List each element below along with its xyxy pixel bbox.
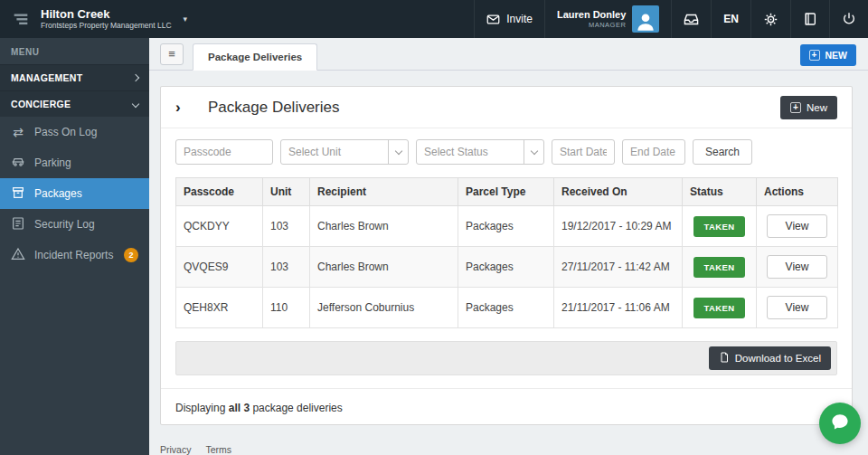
sidebar-item-packages[interactable]: Packages [0, 178, 149, 209]
end-date-input[interactable] [622, 139, 685, 165]
cell-parcel-type: Packages [458, 288, 554, 328]
sidebar-section-management[interactable]: MANAGEMENT [0, 64, 149, 90]
cell-unit: 110 [263, 288, 310, 328]
tab-list-toggle-button[interactable]: ≡ [160, 43, 184, 65]
inbox-button[interactable] [671, 0, 711, 38]
invite-button[interactable]: Invite [474, 0, 544, 38]
export-strip: Download to Excel [175, 341, 837, 375]
user-menu[interactable]: Lauren Donley MANAGER [544, 0, 671, 38]
chevron-down-icon [388, 140, 408, 164]
top-bar: Hilton Creek Frontsteps Property Managem… [0, 0, 868, 38]
chevron-down-icon [524, 140, 543, 164]
new-package-button[interactable]: + New [780, 96, 837, 119]
avatar[interactable] [632, 5, 659, 33]
passcode-input[interactable] [175, 139, 273, 165]
plus-icon: + [790, 102, 801, 113]
panel-header: › Package Deliveries + New [161, 87, 852, 128]
file-icon [719, 352, 730, 365]
journal-icon [11, 216, 25, 233]
header-passcode: Passcode [176, 178, 263, 206]
sidebar: MENU MANAGEMENT CONCIERGE ⇄ Pass On Log … [0, 38, 149, 455]
table-row: QVQES9 103 Charles Brown Packages 27/11/… [176, 247, 838, 288]
invite-label: Invite [506, 13, 533, 25]
header-parcel-type: Parcel Type [458, 178, 554, 206]
inbox-icon [684, 12, 699, 27]
download-excel-button[interactable]: Download to Excel [709, 346, 831, 370]
settings-button[interactable] [750, 0, 790, 38]
user-role-badge: MANAGER [557, 21, 626, 29]
status-badge: TAKEN [693, 216, 744, 237]
cell-recipient: Charles Brown [310, 206, 458, 247]
language-label: EN [723, 13, 739, 25]
status-badge: TAKEN [693, 257, 744, 278]
sidebar-item-pass-on-log[interactable]: ⇄ Pass On Log [0, 117, 149, 147]
filter-bar: Select Unit Select Status Search [161, 128, 852, 175]
status-badge: TAKEN [693, 298, 744, 318]
invite-envelope-icon [486, 13, 500, 26]
chat-icon [829, 411, 851, 436]
documentation-book-icon [803, 12, 817, 26]
view-button[interactable]: View [767, 296, 828, 319]
cell-passcode: QEH8XR [176, 288, 263, 328]
property-switcher[interactable]: Hilton Creek Frontsteps Property Managem… [0, 0, 200, 38]
header-status: Status [683, 178, 757, 206]
header-received-on: Received On [554, 178, 683, 206]
main-content: ≡ Package Deliveries + NEW › Package Del… [149, 38, 868, 455]
cell-passcode: QVQES9 [176, 247, 263, 288]
new-button-top[interactable]: + NEW [800, 44, 857, 66]
table-row: QCKDYY 103 Charles Brown Packages 19/12/… [176, 206, 838, 247]
logout-button[interactable] [829, 0, 868, 38]
unit-select[interactable]: Select Unit [280, 139, 409, 165]
page-footer-links: Privacy Terms [160, 444, 231, 455]
plus-icon: + [809, 50, 820, 61]
cell-unit: 103 [263, 206, 310, 247]
privacy-link[interactable]: Privacy [160, 444, 191, 455]
property-dropdown-caret-icon[interactable]: ▾ [184, 14, 188, 24]
cell-parcel-type: Packages [458, 206, 554, 247]
sidebar-item-incident-reports[interactable]: Incident Reports 2 [0, 240, 149, 270]
incident-reports-count-badge: 2 [124, 248, 138, 262]
package-deliveries-table: Passcode Unit Recipient Parcel Type Rece… [175, 177, 838, 328]
package-deliveries-panel: › Package Deliveries + New Select Unit S… [160, 86, 853, 425]
power-icon [842, 12, 856, 26]
user-name: Lauren Donley [557, 9, 626, 21]
sidebar-item-security-log[interactable]: Security Log [0, 209, 149, 240]
cell-parcel-type: Packages [458, 247, 554, 288]
chat-launcher-button[interactable] [819, 403, 861, 444]
table-header-row: Passcode Unit Recipient Parcel Type Rece… [176, 178, 838, 206]
language-selector[interactable]: EN [711, 0, 750, 38]
terms-link[interactable]: Terms [205, 444, 231, 455]
sidebar-item-parking[interactable]: Parking [0, 147, 149, 178]
header-unit: Unit [263, 178, 310, 206]
header-recipient: Recipient [310, 178, 458, 206]
sidebar-section-concierge[interactable]: CONCIERGE [0, 90, 149, 117]
property-name: Hilton Creek [41, 8, 172, 22]
cell-recipient: Charles Brown [310, 247, 458, 288]
company-name: Frontsteps Property Management LLC [41, 22, 172, 31]
collapse-panel-button[interactable]: › [175, 99, 195, 117]
tab-bar: ≡ Package Deliveries + NEW [149, 38, 868, 71]
warning-triangle-icon [11, 247, 25, 264]
table-row: QEH8XR 110 Jefferson Coburnius Packages … [176, 288, 838, 328]
documentation-button[interactable] [790, 0, 829, 38]
cell-received-on: 19/12/2017 - 10:29 AM [554, 206, 683, 247]
package-box-icon [11, 185, 25, 203]
view-button[interactable]: View [767, 255, 828, 279]
status-select[interactable]: Select Status [416, 139, 544, 165]
chevron-right-icon [132, 74, 139, 81]
cell-received-on: 27/11/2017 - 11:42 AM [554, 247, 683, 288]
cell-unit: 103 [263, 247, 310, 288]
sidebar-menu-header: MENU [0, 38, 149, 64]
view-button[interactable]: View [767, 214, 828, 238]
settings-gears-icon [763, 12, 778, 27]
page-title: Package Deliveries [208, 99, 340, 117]
tab-package-deliveries[interactable]: Package Deliveries [193, 43, 317, 71]
start-date-input[interactable] [552, 139, 615, 165]
frontsteps-logo-icon [9, 7, 33, 31]
cell-received-on: 21/11/2017 - 11:06 AM [554, 288, 683, 328]
search-button[interactable]: Search [693, 139, 752, 165]
cell-recipient: Jefferson Coburnius [310, 288, 458, 328]
car-icon [11, 155, 25, 172]
cell-passcode: QCKDYY [176, 206, 263, 247]
chevron-down-icon [132, 100, 139, 108]
